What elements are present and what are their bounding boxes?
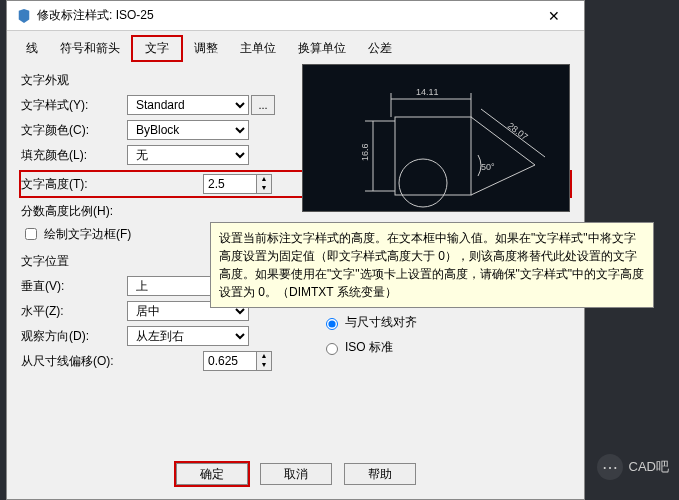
preview-dim-diag: 28.07 (506, 121, 530, 143)
watermark-label: CAD吧 (629, 458, 669, 476)
preview-dim-left: 16.6 (360, 143, 370, 161)
close-button[interactable]: ✕ (534, 8, 574, 24)
label-align-iso: ISO 标准 (345, 339, 393, 356)
preview-pane: 14.11 16.6 28.07 50° (302, 64, 570, 212)
help-button[interactable]: 帮助 (344, 463, 416, 485)
select-text-color[interactable]: ByBlock (127, 120, 249, 140)
app-icon (17, 9, 31, 23)
radio-align-dimline[interactable] (326, 318, 338, 330)
svg-point-7 (399, 159, 447, 207)
label-draw-frame: 绘制文字边框(F) (44, 226, 131, 243)
tab-tolerance[interactable]: 公差 (357, 35, 403, 62)
label-text-color: 文字颜色(C): (21, 122, 127, 139)
preview-dim-top: 14.11 (416, 87, 439, 97)
tooltip: 设置当前标注文字样式的高度。在文本框中输入值。如果在"文字样式"中将文字高度设置… (210, 222, 654, 308)
input-offset[interactable] (203, 351, 257, 371)
tab-primary-units[interactable]: 主单位 (229, 35, 287, 62)
label-offset: 从尺寸线偏移(O): (21, 353, 151, 370)
select-text-style[interactable]: Standard (127, 95, 249, 115)
wechat-icon: ⋯ (597, 454, 623, 480)
label-align-dimline: 与尺寸线对齐 (345, 314, 417, 331)
radio-align-iso[interactable] (326, 343, 338, 355)
button-text-style-browse[interactable]: ... (251, 95, 275, 115)
label-fraction-scale: 分数高度比例(H): (21, 203, 151, 220)
label-fill-color: 填充颜色(L): (21, 147, 127, 164)
watermark: ⋯ CAD吧 (597, 454, 669, 480)
tab-lines[interactable]: 线 (15, 35, 49, 62)
button-bar: 确定 取消 帮助 (7, 453, 584, 499)
tab-text[interactable]: 文字 (131, 35, 183, 62)
cancel-button[interactable]: 取消 (260, 463, 332, 485)
checkbox-draw-frame[interactable] (25, 228, 37, 240)
label-text-style: 文字样式(Y): (21, 97, 127, 114)
select-view-direction[interactable]: 从左到右 (127, 326, 249, 346)
tab-fit[interactable]: 调整 (183, 35, 229, 62)
dialog-title: 修改标注样式: ISO-25 (37, 7, 534, 24)
tab-strip: 线 符号和箭头 文字 调整 主单位 换算单位 公差 (7, 31, 584, 62)
select-fill-color[interactable]: 无 (127, 145, 249, 165)
input-text-height[interactable] (203, 174, 257, 194)
label-view-direction: 观察方向(D): (21, 328, 127, 345)
label-horizontal: 水平(Z): (21, 303, 127, 320)
tab-alt-units[interactable]: 换算单位 (287, 35, 357, 62)
preview-dim-angle: 50° (481, 162, 495, 172)
label-text-height: 文字高度(T): (21, 176, 127, 193)
svg-line-8 (471, 117, 535, 165)
tab-symbols[interactable]: 符号和箭头 (49, 35, 131, 62)
ok-button[interactable]: 确定 (176, 463, 248, 485)
svg-rect-6 (395, 117, 471, 195)
spinner-offset[interactable]: ▲▼ (257, 351, 272, 371)
label-vertical: 垂直(V): (21, 278, 127, 295)
spinner-text-height[interactable]: ▲▼ (257, 174, 272, 194)
titlebar: 修改标注样式: ISO-25 ✕ (7, 1, 584, 31)
